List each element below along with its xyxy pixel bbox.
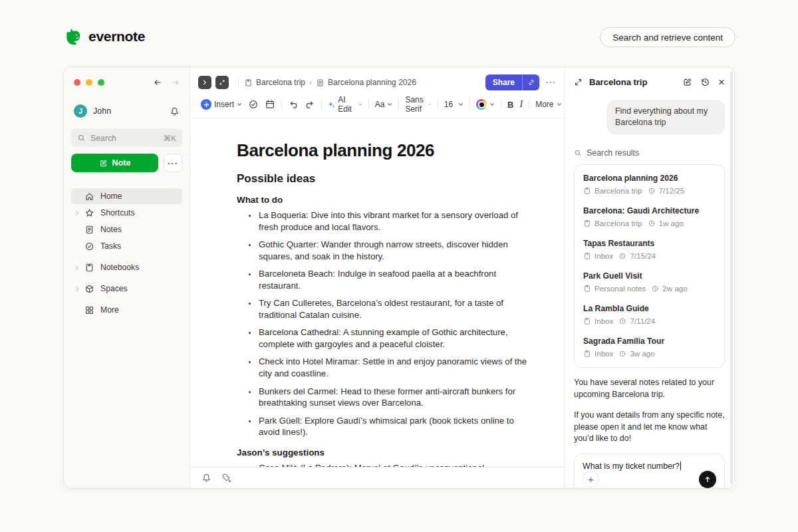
search-result-item[interactable]: La Rambla GuideInbox7/11/24 xyxy=(575,299,724,331)
chevron-right-icon xyxy=(201,79,208,86)
breadcrumb-notebook[interactable]: Barcelona trip xyxy=(244,78,305,87)
bullet-item[interactable]: Casa Milà (La Pedrera): Marvel at Gaudí’… xyxy=(257,462,531,467)
user-row[interactable]: J John xyxy=(74,104,180,118)
insert-task-button[interactable] xyxy=(248,99,259,110)
sidebar-item-tasks[interactable]: Tasks xyxy=(71,238,182,254)
chevron-right-icon[interactable] xyxy=(74,265,84,271)
breadcrumb-notebook-label: Barcelona trip xyxy=(256,78,305,87)
bullet-item[interactable]: La Boqueria: Dive into this vibrant mark… xyxy=(257,209,531,233)
note-options-button[interactable]: ··· xyxy=(164,154,182,172)
sidebar-item-spaces[interactable]: Spaces xyxy=(71,281,182,297)
search-result-item[interactable]: Barcelona: Gaudi ArchitectureBarcelona t… xyxy=(575,201,724,233)
sidebar-item-notes[interactable]: Notes xyxy=(71,221,182,237)
search-placeholder: Search xyxy=(90,134,116,143)
chat-input-value[interactable]: What is my ticket number? xyxy=(583,462,716,471)
note-body[interactable]: Barcelona planning 2026 Possible ideas W… xyxy=(190,118,564,467)
breadcrumb-separator: › xyxy=(309,78,312,87)
notebook-icon xyxy=(583,350,591,358)
bullet-item[interactable]: Barceloneta Beach: Indulge in seafood pa… xyxy=(257,268,531,291)
search-result-item[interactable]: Park Guell VisitPersonal notes2w ago xyxy=(575,266,724,299)
undo-button[interactable] xyxy=(288,99,299,110)
result-meta: Barcelona trip7/12/25 xyxy=(583,186,716,195)
note-icon xyxy=(84,225,94,235)
copy-link-icon[interactable] xyxy=(522,74,539,90)
send-button[interactable] xyxy=(699,471,716,488)
search-result-item[interactable]: Barcelona planning 2026Barcelona trip7/1… xyxy=(575,168,724,201)
note-editor: Barcelona trip › Barcelona planning 2026… xyxy=(190,67,564,488)
chevron-down-icon xyxy=(458,102,464,107)
expand-panel-icon[interactable] xyxy=(574,78,583,86)
notifications-bell-icon[interactable] xyxy=(170,106,180,116)
avatar[interactable]: J xyxy=(74,104,87,118)
search-input[interactable]: Search ⌘K xyxy=(71,129,182,147)
result-date: 7/12/25 xyxy=(659,186,685,195)
insert-calendar-button[interactable] xyxy=(265,99,275,110)
history-icon[interactable] xyxy=(700,77,710,87)
share-label[interactable]: Share xyxy=(485,74,522,90)
add-tag-icon[interactable] xyxy=(221,473,231,483)
text-style-menu[interactable]: Aa xyxy=(375,100,393,109)
sidebar-item-home[interactable]: Home xyxy=(71,188,182,204)
new-note-button[interactable]: Note xyxy=(71,154,158,172)
sidebar-item-label: Shortcuts xyxy=(100,208,134,217)
share-button[interactable]: Share xyxy=(485,74,539,90)
user-name: John xyxy=(93,106,111,116)
font-size-select[interactable]: 16 xyxy=(444,100,464,109)
result-title: Barcelona: Gaudi Architecture xyxy=(583,206,716,215)
chat-input[interactable]: What is my ticket number? + xyxy=(574,454,725,489)
doc-subheading[interactable]: What to do xyxy=(237,195,531,205)
result-notebook: Barcelona trip xyxy=(595,219,642,227)
sidebar-item-shortcuts[interactable]: Shortcuts xyxy=(71,205,182,221)
notebook-icon xyxy=(244,78,253,87)
result-notebook: Barcelona trip xyxy=(595,186,642,195)
note-title[interactable]: Barcelona planning 2026 xyxy=(237,140,531,161)
brand-name: evernote xyxy=(88,29,145,45)
sidebar-nav: HomeShortcutsNotesTasksNotebooksSpacesMo… xyxy=(71,188,182,318)
clock-icon xyxy=(618,252,626,260)
panel-scrollbar[interactable] xyxy=(730,71,733,484)
back-arrow-icon[interactable] xyxy=(153,78,162,87)
doc-subheading[interactable]: Jason’s suggestions xyxy=(237,448,531,458)
bullet-item[interactable]: Barcelona Cathedral: A stunning example … xyxy=(257,327,531,350)
close-icon[interactable]: × xyxy=(718,76,725,88)
clock-icon xyxy=(651,285,659,293)
new-chat-icon[interactable] xyxy=(682,77,692,87)
search-retrieve-button[interactable]: Search and retrieve content xyxy=(600,27,735,47)
forward-arrow-icon[interactable] xyxy=(171,78,180,87)
font-family-select[interactable]: Sans Serif xyxy=(405,95,431,114)
sidebar-item-notebooks[interactable]: Notebooks xyxy=(71,259,182,275)
bold-button[interactable]: B xyxy=(507,100,513,110)
clock-icon xyxy=(618,317,626,325)
text-color-button[interactable] xyxy=(476,99,495,110)
italic-button[interactable]: I xyxy=(520,99,523,110)
insert-menu[interactable]: Insert xyxy=(201,99,242,110)
insert-plus-icon xyxy=(201,99,211,110)
chevron-right-icon[interactable] xyxy=(74,210,84,216)
minimize-window-button[interactable] xyxy=(86,79,92,86)
bullet-item[interactable]: Gothic Quarter: Wander through narrow st… xyxy=(257,239,531,262)
zoom-window-button[interactable] xyxy=(98,79,104,86)
bullet-item[interactable]: Check into Hotel Miramar: Settle in and … xyxy=(257,356,531,379)
collapse-panel-button[interactable] xyxy=(198,76,211,89)
breadcrumb-note[interactable]: Barcelona planning 2026 xyxy=(316,78,416,87)
attach-button[interactable]: + xyxy=(583,471,599,487)
redo-button[interactable] xyxy=(305,99,315,110)
close-window-button[interactable] xyxy=(74,79,80,86)
search-result-item[interactable]: Tapas RestaurantsInbox7/15/24 xyxy=(575,233,724,266)
reminder-bell-icon[interactable] xyxy=(201,473,211,483)
home-icon xyxy=(84,192,94,201)
ai-edit-menu[interactable]: AI Edit xyxy=(328,95,362,114)
chevron-right-icon[interactable] xyxy=(74,286,84,292)
search-result-item[interactable]: Sagrada Familia TourInbox3w ago xyxy=(575,331,724,364)
sidebar-item-label: Tasks xyxy=(100,241,121,251)
more-formatting-menu[interactable]: More xyxy=(535,100,561,109)
result-date: 7/11/24 xyxy=(630,317,655,325)
sidebar-item-more[interactable]: More xyxy=(71,302,182,318)
expand-note-button[interactable] xyxy=(215,76,229,89)
bullet-item[interactable]: Try Can Culleretes, Barcelona’s oldest r… xyxy=(257,297,531,321)
doc-heading[interactable]: Possible ideas xyxy=(237,172,531,186)
bullet-item[interactable]: Bunkers del Carmel: Head to these former… xyxy=(257,386,531,409)
result-date: 2w ago xyxy=(662,284,687,293)
bullet-item[interactable]: Park Güell: Explore Gaudí’s whimsical pa… xyxy=(257,415,531,438)
note-more-menu[interactable]: ··· xyxy=(546,78,556,87)
